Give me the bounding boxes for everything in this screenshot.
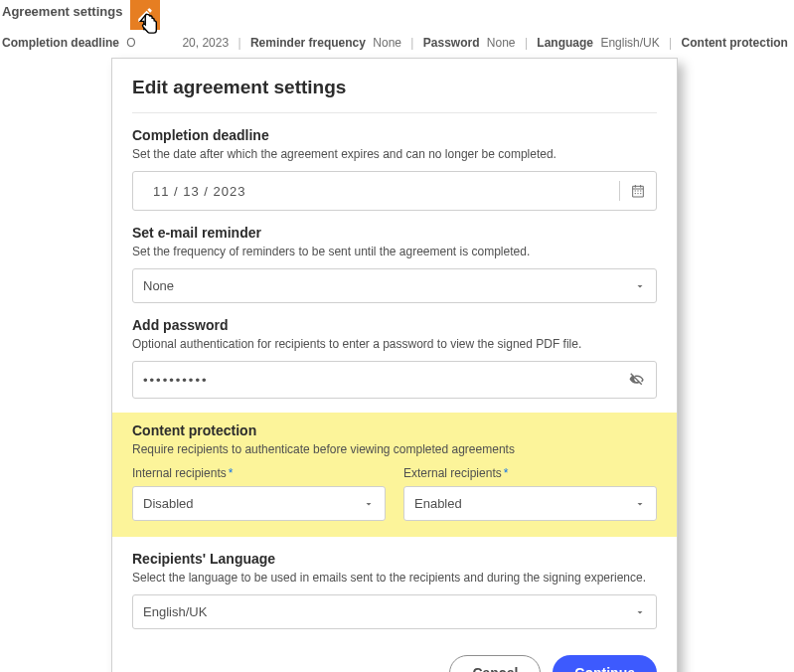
password-input[interactable]: •••••••••• <box>132 361 657 399</box>
section-reminder: Set e-mail reminder Set the frequency of… <box>132 225 657 303</box>
protection-desc: Require recipients to authenticate befor… <box>132 442 657 456</box>
language-title: Recipients' Language <box>132 551 657 567</box>
section-language: Recipients' Language Select the language… <box>132 551 657 629</box>
deadline-date-value: 11 / 13 / 2023 <box>153 184 246 199</box>
summary-reminder-label: Reminder frequency <box>250 36 366 50</box>
password-desc: Optional authentication for recipients t… <box>132 337 657 351</box>
edit-settings-modal: Edit agreement settings Completion deadl… <box>111 58 678 672</box>
deadline-date-input[interactable]: 11 / 13 / 2023 <box>132 171 657 211</box>
summary-bar: Completion deadline O 20, 2023 | Reminde… <box>0 30 794 50</box>
continue-button[interactable]: Continue <box>553 655 657 672</box>
summary-deadline-label: Completion deadline <box>2 36 119 50</box>
cursor-icon <box>138 12 166 40</box>
reminder-desc: Set the frequency of reminders to be sen… <box>132 245 657 258</box>
internal-recipients-select[interactable]: Disabled <box>132 486 386 521</box>
modal-buttons: Cancel Continue <box>132 655 657 672</box>
internal-recipients-value: Disabled <box>143 496 194 511</box>
protection-title: Content protection <box>132 422 657 438</box>
reminder-title: Set e-mail reminder <box>132 225 657 241</box>
summary-deadline-prefix: O <box>126 36 135 50</box>
chevron-down-icon <box>634 280 646 292</box>
cancel-button[interactable]: Cancel <box>449 655 541 672</box>
internal-recipients-label: Internal recipients* <box>132 466 386 480</box>
summary-language-label: Language <box>537 36 593 50</box>
summary-protection-label: Content protection <box>682 36 788 50</box>
chevron-down-icon <box>634 498 646 510</box>
summary-reminder-value: None <box>373 36 401 50</box>
page-title: Agreement settings <box>0 0 122 19</box>
summary-deadline-value: 20, 2023 <box>182 36 229 50</box>
reminder-value: None <box>143 278 174 293</box>
language-select[interactable]: English/UK <box>132 594 657 629</box>
password-value: •••••••••• <box>143 373 209 388</box>
summary-language-value: English/UK <box>600 36 659 50</box>
section-password: Add password Optional authentication for… <box>132 317 657 399</box>
reminder-select[interactable]: None <box>132 268 657 303</box>
section-deadline: Completion deadline Set the date after w… <box>132 127 657 211</box>
external-recipients-value: Enabled <box>414 496 462 511</box>
deadline-desc: Set the date after which the agreement e… <box>132 147 657 161</box>
chevron-down-icon <box>634 606 646 618</box>
chevron-down-icon <box>363 498 375 510</box>
eye-off-icon[interactable] <box>628 371 646 389</box>
summary-password-label: Password <box>423 36 480 50</box>
external-recipients-label: External recipients* <box>403 466 657 480</box>
section-content-protection: Content protection Require recipients to… <box>112 413 677 537</box>
external-recipients-select[interactable]: Enabled <box>403 486 657 521</box>
modal-title: Edit agreement settings <box>132 77 657 113</box>
language-value: English/UK <box>143 604 207 619</box>
deadline-title: Completion deadline <box>132 127 657 143</box>
calendar-icon <box>630 183 646 199</box>
calendar-button[interactable] <box>619 181 646 201</box>
edit-settings-button[interactable] <box>130 0 160 30</box>
password-title: Add password <box>132 317 657 333</box>
summary-password-value: None <box>487 36 516 50</box>
language-desc: Select the language to be used in emails… <box>132 571 657 585</box>
